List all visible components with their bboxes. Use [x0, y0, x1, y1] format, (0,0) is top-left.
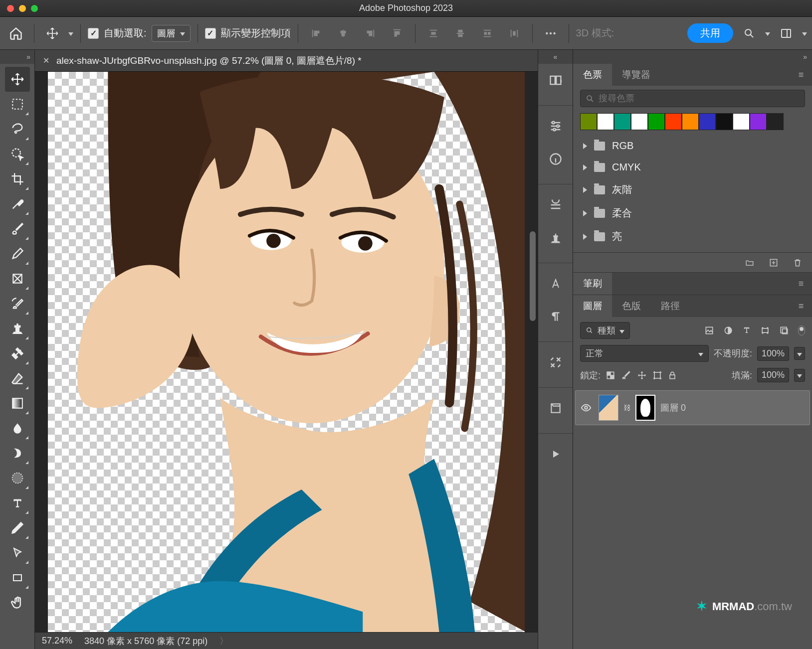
swatch-color[interactable] [699, 113, 716, 130]
type-tool[interactable] [5, 490, 30, 515]
swatch-color[interactable] [614, 113, 631, 130]
align-top-icon[interactable] [386, 22, 408, 44]
swatch-group-item[interactable]: 柔合 [580, 201, 805, 225]
swatch-color[interactable] [682, 113, 699, 130]
channels-tab[interactable]: 色版 [612, 295, 651, 317]
more-align-icon[interactable] [540, 22, 562, 44]
tool-preset-dropdown[interactable] [68, 28, 73, 38]
align-right-icon[interactable] [359, 22, 381, 44]
swatch-color[interactable] [733, 113, 750, 130]
swatch-group-item[interactable]: 亮 [580, 225, 805, 248]
clone-stamp-tool[interactable] [5, 316, 30, 341]
brush-settings-panel-icon[interactable] [543, 192, 568, 217]
lasso-tool[interactable] [5, 117, 30, 142]
swatch-color[interactable] [648, 113, 665, 130]
adjustments-panel-icon[interactable] [543, 114, 568, 139]
pen-tool[interactable] [5, 515, 30, 540]
layer-visibility-icon[interactable] [581, 402, 594, 413]
distribute-top-icon[interactable] [422, 22, 444, 44]
opacity-value[interactable]: 100% [757, 346, 789, 361]
swatch-color[interactable] [665, 113, 682, 130]
filter-smart-icon[interactable] [779, 325, 789, 335]
gradient-tool[interactable] [5, 391, 30, 416]
auto-select-target-dropdown[interactable]: 圖層 [152, 25, 191, 42]
filter-type-icon[interactable] [742, 325, 751, 335]
filter-pixel-icon[interactable] [704, 325, 714, 335]
layer-mask-thumbnail[interactable] [635, 395, 655, 421]
move-tool-indicator-icon[interactable] [41, 22, 63, 44]
eyedropper-tool[interactable] [5, 191, 30, 216]
distribute-vcenter-icon[interactable] [449, 22, 471, 44]
panel-menu-icon[interactable]: ≡ [790, 273, 812, 295]
swatch-color[interactable] [767, 113, 784, 130]
eraser-tool[interactable] [5, 366, 30, 391]
align-hcenter-icon[interactable] [332, 22, 354, 44]
lock-artboard-icon[interactable] [652, 370, 662, 380]
filter-toggle-icon[interactable] [798, 325, 805, 335]
hand-tool[interactable] [5, 590, 30, 615]
blend-mode-dropdown[interactable]: 正常 [580, 345, 709, 362]
color-panel-icon[interactable] [543, 68, 568, 93]
history-brush-tool[interactable] [5, 291, 30, 316]
canvas[interactable] [35, 72, 538, 632]
swatch-color[interactable] [750, 113, 767, 130]
tools-preset-panel-icon[interactable] [543, 350, 568, 375]
play-action-icon[interactable] [543, 442, 568, 467]
fill-value[interactable]: 100% [757, 368, 789, 382]
brush-tab[interactable]: 筆刷 [573, 273, 612, 295]
canvas-scrollbar[interactable] [530, 231, 536, 321]
swatch-color[interactable] [597, 113, 614, 130]
character-panel-icon[interactable] [543, 271, 568, 296]
fill-flyout[interactable] [794, 369, 805, 382]
smudge-tool[interactable] [5, 441, 30, 466]
frame-tool[interactable] [5, 266, 30, 291]
document-tab[interactable]: ✕ alex-shaw-JUrbgfGBRvo-unsplash.jpg @ 5… [43, 54, 362, 67]
swatch-group-item[interactable]: 灰階 [580, 178, 805, 201]
path-selection-tool[interactable] [5, 540, 30, 565]
lock-all-icon[interactable] [667, 370, 677, 380]
swatches-tab[interactable]: 色票 [573, 64, 612, 86]
workspace-switcher-button[interactable] [775, 22, 797, 44]
dodge-tool[interactable] [5, 466, 30, 490]
crop-tool[interactable] [5, 166, 30, 191]
paragraph-panel-icon[interactable] [543, 304, 568, 329]
workspace-dropdown[interactable] [802, 28, 807, 38]
filter-shape-icon[interactable] [760, 325, 770, 335]
status-doc-info[interactable]: 3840 像素 x 5760 像素 (72 ppi) [84, 635, 207, 647]
distribute-bottom-icon[interactable] [476, 22, 498, 44]
mask-link-icon[interactable]: ⛓ [623, 404, 630, 412]
new-swatch-icon[interactable] [768, 257, 779, 268]
share-button[interactable]: 共用 [687, 23, 733, 43]
distribute-hcenter-icon[interactable] [503, 22, 525, 44]
brush-tool[interactable] [5, 216, 30, 241]
delete-swatch-icon[interactable] [792, 257, 803, 268]
lock-transparency-icon[interactable] [606, 370, 615, 380]
new-group-icon[interactable] [744, 257, 755, 268]
layer-row[interactable]: ⛓ 圖層 0 [575, 390, 810, 425]
lock-image-icon[interactable] [620, 370, 631, 381]
layer-name[interactable]: 圖層 0 [660, 402, 686, 414]
marquee-tool[interactable] [5, 92, 30, 117]
quick-selection-tool[interactable] [5, 142, 30, 166]
search-button[interactable] [738, 22, 760, 44]
clone-source-panel-icon[interactable] [543, 225, 568, 250]
swatch-color[interactable] [631, 113, 648, 130]
healing-brush-tool[interactable] [5, 341, 30, 366]
lock-position-icon[interactable] [636, 370, 647, 381]
tools-collapse-grip[interactable]: » [0, 50, 34, 64]
swatch-group-item[interactable]: RGB [580, 135, 805, 157]
panels-collapse-grip[interactable]: » [573, 50, 812, 64]
layer-thumbnail[interactable] [599, 395, 618, 421]
opacity-flyout[interactable] [794, 347, 805, 360]
pencil-tool[interactable] [5, 241, 30, 266]
libraries-panel-icon[interactable] [543, 396, 568, 421]
home-button[interactable] [5, 22, 27, 44]
status-chevron-icon[interactable]: 〉 [219, 635, 228, 647]
swatch-search-field[interactable] [599, 93, 800, 104]
panel-menu-icon[interactable]: ≡ [790, 295, 812, 317]
search-dropdown[interactable] [765, 28, 770, 38]
layer-filter-type-dropdown[interactable]: 種類 [580, 322, 630, 339]
strip-collapse-grip[interactable]: « [538, 50, 573, 64]
align-left-icon[interactable] [305, 22, 327, 44]
auto-select-checkbox[interactable] [88, 28, 99, 39]
